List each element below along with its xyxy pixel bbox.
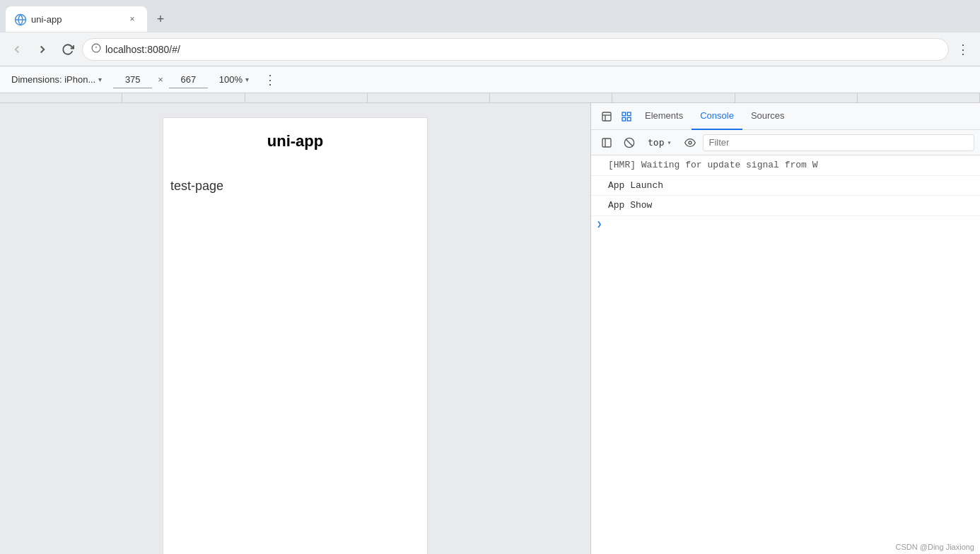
zoom-dropdown-icon: ▾ xyxy=(245,76,249,83)
phone-frame: uni-app test-page xyxy=(163,117,428,554)
console-output: [HMR] Waiting for update signal from W A… xyxy=(591,155,980,355)
tab-elements-label: Elements xyxy=(645,110,683,121)
svg-rect-12 xyxy=(602,138,611,147)
tab-sources[interactable]: Sources xyxy=(742,103,793,130)
svg-point-16 xyxy=(689,141,692,144)
ruler-segment xyxy=(0,93,122,102)
context-dropdown-icon: ▾ xyxy=(667,138,671,146)
ruler-segment xyxy=(858,93,980,102)
devtools-panel: Elements Console Sources xyxy=(590,103,980,554)
svg-line-15 xyxy=(626,139,632,146)
console-filter-input[interactable] xyxy=(703,134,974,151)
back-button[interactable] xyxy=(6,38,28,61)
ruler-segment xyxy=(122,93,245,102)
forward-button[interactable] xyxy=(31,38,54,61)
tab-favicon-icon xyxy=(14,13,25,25)
console-message-text: [HMR] Waiting for update signal from W xyxy=(608,158,817,172)
navigation-bar: localhost:8080/#/ ⋮ xyxy=(0,33,980,66)
console-line: App Show xyxy=(591,196,980,216)
reload-button[interactable] xyxy=(57,38,79,61)
browser-viewport: uni-app test-page xyxy=(0,103,590,554)
browser-more-button[interactable]: ⋮ xyxy=(952,38,974,61)
main-area: uni-app test-page xyxy=(0,103,980,554)
address-bar[interactable]: localhost:8080/#/ xyxy=(82,38,949,61)
console-toolbar: top ▾ xyxy=(591,130,980,155)
console-message-text: App Launch xyxy=(608,179,663,193)
tab-sources-label: Sources xyxy=(751,110,785,121)
zoom-select[interactable]: 100% ▾ xyxy=(214,71,255,88)
tab-close-button[interactable]: × xyxy=(126,13,139,25)
tab-elements[interactable]: Elements xyxy=(636,103,692,130)
svg-rect-9 xyxy=(627,112,631,116)
watermark: CSDN @Ding Jiaxiong xyxy=(896,543,974,551)
context-selector[interactable]: top ▾ xyxy=(642,134,677,151)
console-sidebar-icon[interactable] xyxy=(597,133,617,153)
device-toolbar-more-button[interactable]: ⋮ xyxy=(260,70,280,90)
tab-console-label: Console xyxy=(700,110,734,121)
tab-console[interactable]: Console xyxy=(692,103,742,130)
page-name: test-page xyxy=(163,179,427,194)
active-tab[interactable]: uni-app × xyxy=(6,6,147,32)
ruler-segment xyxy=(368,93,490,102)
console-line: [HMR] Waiting for update signal from W xyxy=(591,155,980,176)
device-ruler xyxy=(0,93,980,103)
device-dropdown-icon: ▾ xyxy=(98,76,102,83)
ruler-segment xyxy=(490,93,612,102)
info-icon xyxy=(91,43,101,55)
width-input[interactable] xyxy=(113,71,152,88)
console-expand-icon[interactable]: ❯ xyxy=(591,216,980,232)
svg-rect-11 xyxy=(622,117,626,121)
console-message-text: App Show xyxy=(608,199,652,213)
context-label: top xyxy=(648,137,664,148)
ruler-segment xyxy=(735,93,858,102)
devtools-block-icon[interactable] xyxy=(617,107,636,126)
device-name-label: Dimensions: iPhon... xyxy=(11,74,95,85)
height-input[interactable] xyxy=(169,71,208,88)
device-select[interactable]: Dimensions: iPhon... ▾ xyxy=(6,71,107,88)
ruler-segment xyxy=(245,93,368,102)
svg-rect-5 xyxy=(602,112,611,121)
zoom-label: 100% xyxy=(219,74,243,85)
device-toolbar: Dimensions: iPhon... ▾ × 100% ▾ ⋮ xyxy=(0,66,980,93)
svg-rect-8 xyxy=(622,112,626,116)
console-eye-icon[interactable] xyxy=(680,133,700,153)
ruler-segment xyxy=(612,93,735,102)
devtools-tab-bar: Elements Console Sources xyxy=(591,103,980,130)
new-tab-button[interactable]: + xyxy=(150,8,171,30)
url-text: localhost:8080/#/ xyxy=(105,44,940,55)
console-line: App Launch xyxy=(591,176,980,196)
devtools-dock-icon[interactable] xyxy=(597,107,617,126)
console-clear-icon[interactable] xyxy=(619,133,639,153)
tab-title: uni-app xyxy=(31,14,120,25)
tab-bar: uni-app × + xyxy=(0,0,980,33)
app-title-area: uni-app xyxy=(163,118,427,165)
app-title: uni-app xyxy=(177,132,413,151)
svg-rect-10 xyxy=(627,117,631,121)
dimension-x-label: × xyxy=(158,74,163,85)
